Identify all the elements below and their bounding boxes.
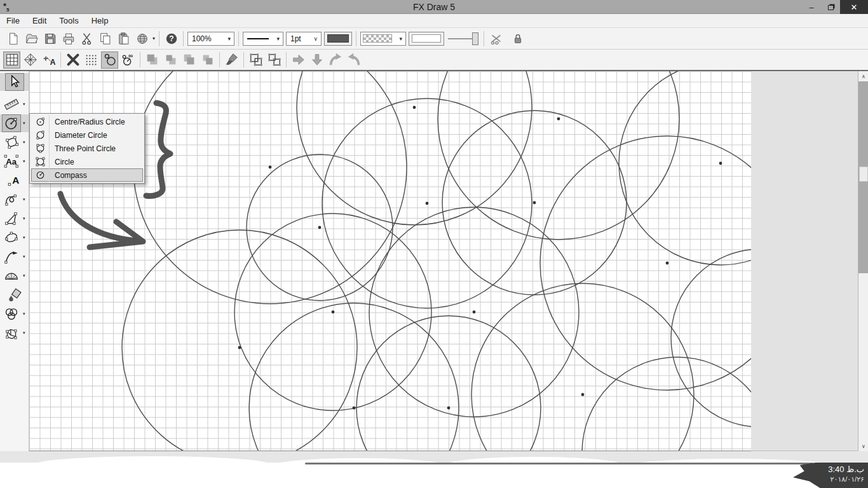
- chevron-down-icon[interactable]: ▾: [22, 216, 27, 221]
- horizontal-scroll-area[interactable]: [0, 451, 868, 463]
- chevron-down-icon[interactable]: ▾: [22, 121, 27, 126]
- save-button[interactable]: [41, 30, 58, 47]
- menu-file[interactable]: File: [0, 15, 26, 27]
- help-button[interactable]: ?: [163, 30, 180, 47]
- separator: [286, 52, 287, 67]
- line-width-select[interactable]: 1pt ∨: [286, 32, 322, 46]
- chevron-down-icon[interactable]: ▾: [22, 311, 27, 316]
- text-tool[interactable]: Aa ▾: [0, 152, 29, 170]
- separator: [183, 31, 184, 46]
- restore-button[interactable]: [821, 0, 840, 14]
- chevron-down-icon[interactable]: ▾: [22, 197, 27, 202]
- rotate-right-button[interactable]: [345, 51, 362, 69]
- circles-mode-button[interactable]: [101, 51, 118, 69]
- taskbar-clock[interactable]: ب.ظ 3:40 ۲۰۱۸/۰۱/۲۶: [793, 463, 868, 488]
- label-tool[interactable]: A: [0, 172, 29, 189]
- menu-tools[interactable]: Tools: [53, 15, 85, 27]
- format-brush-button[interactable]: [223, 51, 240, 69]
- close-button[interactable]: ✕: [840, 0, 868, 14]
- order-forward-button[interactable]: [162, 51, 179, 69]
- circle-tool[interactable]: ▾: [0, 114, 29, 132]
- move-right-button[interactable]: [290, 51, 307, 69]
- scissors-disabled-icon: [489, 32, 503, 46]
- grid-button[interactable]: [3, 51, 20, 69]
- menu-edit[interactable]: Edit: [26, 15, 53, 27]
- order-front-button[interactable]: [144, 51, 161, 69]
- scrollbar-thumb[interactable]: [859, 166, 868, 182]
- distribution-tool[interactable]: ▾: [0, 248, 29, 266]
- new-document-icon: [6, 32, 20, 46]
- menu-item-circle[interactable]: Circle: [31, 155, 143, 168]
- zoom-select[interactable]: 100% ▾: [187, 32, 234, 46]
- conic-tool[interactable]: ▾: [0, 229, 29, 247]
- menu-help[interactable]: Help: [85, 15, 115, 27]
- print-button[interactable]: [60, 30, 77, 47]
- rotate-left-button[interactable]: [327, 51, 344, 69]
- three-point-circle-icon: [32, 142, 50, 155]
- title-bar: *5 FX Draw 5 – ✕: [0, 0, 868, 14]
- menu-item-compass[interactable]: Compass: [31, 168, 143, 182]
- snip-disabled-button[interactable]: [487, 30, 505, 47]
- venn-tool[interactable]: ▾: [0, 305, 29, 323]
- move-down-button[interactable]: [308, 51, 325, 69]
- slider-handle[interactable]: [472, 32, 478, 45]
- order-back-button[interactable]: [199, 51, 216, 69]
- circle-icon: [32, 155, 50, 168]
- menu-item-label: Diameter Circle: [50, 131, 107, 140]
- solid-3d-tool[interactable]: ▾: [0, 324, 29, 342]
- dot-grid-button[interactable]: [83, 51, 100, 69]
- protractor-tool[interactable]: ▾: [0, 267, 29, 285]
- menu-bar: File Edit Tools Help: [0, 14, 868, 28]
- chevron-down-icon[interactable]: ▾: [22, 254, 27, 259]
- web-export-dropdown[interactable]: ▾: [151, 36, 156, 41]
- ruler-tool[interactable]: ▾: [0, 95, 29, 113]
- copy-button[interactable]: [97, 30, 114, 47]
- quadrilateral-tool[interactable]: ▾: [0, 133, 29, 151]
- circle-infinity-button[interactable]: ∞: [119, 51, 137, 69]
- delete-x-icon: [65, 52, 81, 67]
- delete-button[interactable]: [64, 51, 81, 69]
- lock-button[interactable]: [509, 30, 526, 47]
- fill-tool[interactable]: [0, 286, 29, 304]
- line-style-sample-icon: [247, 37, 269, 41]
- chevron-down-icon[interactable]: ▾: [22, 235, 27, 240]
- minimize-button[interactable]: –: [802, 0, 821, 14]
- axis-label-button[interactable]: A: [40, 51, 57, 69]
- line-width-value: 1pt: [290, 34, 301, 43]
- isometric-grid-button[interactable]: [22, 51, 39, 69]
- line-style-select[interactable]: ▾: [243, 32, 283, 46]
- scroll-down-button[interactable]: ∨: [858, 441, 868, 451]
- menu-item-centre-radius-circle[interactable]: Centre/Radius Circle: [31, 115, 143, 128]
- line-color-swatch[interactable]: [324, 32, 352, 46]
- group-icon: [248, 52, 264, 67]
- web-export-button[interactable]: [133, 30, 151, 47]
- open-button[interactable]: [23, 30, 40, 47]
- web-export-icon: [135, 32, 149, 46]
- solid-3d-icon: [2, 324, 21, 342]
- angle-tool[interactable]: ▾: [0, 210, 29, 227]
- menu-item-three-point-circle[interactable]: Three Point Circle: [31, 142, 143, 155]
- ungroup-button[interactable]: [266, 51, 283, 69]
- chevron-down-icon[interactable]: ▾: [22, 140, 27, 145]
- save-icon: [43, 32, 57, 46]
- fill-style-select[interactable]: ▾: [360, 32, 406, 46]
- order-backward-button[interactable]: [180, 51, 198, 69]
- chevron-down-icon[interactable]: ▾: [22, 273, 27, 278]
- chevron-down-icon[interactable]: ▾: [22, 159, 27, 164]
- scroll-up-button[interactable]: ∧: [858, 71, 868, 81]
- separator: [219, 52, 220, 67]
- select-tool[interactable]: [0, 73, 29, 91]
- group-button[interactable]: [247, 51, 264, 69]
- vertical-scrollbar[interactable]: ∧ ∨: [858, 71, 868, 451]
- order-forward-icon: [163, 52, 179, 67]
- paste-button[interactable]: [115, 30, 132, 47]
- chevron-down-icon[interactable]: ▾: [22, 102, 27, 107]
- curve-tool[interactable]: ▾: [0, 191, 29, 208]
- cut-button[interactable]: [78, 30, 95, 47]
- chevron-down-icon[interactable]: ▾: [22, 330, 27, 336]
- fill-color-swatch[interactable]: [409, 32, 444, 46]
- opacity-slider[interactable]: [448, 32, 478, 46]
- separator: [356, 31, 356, 46]
- menu-item-diameter-circle[interactable]: Diameter Circle: [31, 128, 143, 142]
- new-button[interactable]: [4, 30, 22, 47]
